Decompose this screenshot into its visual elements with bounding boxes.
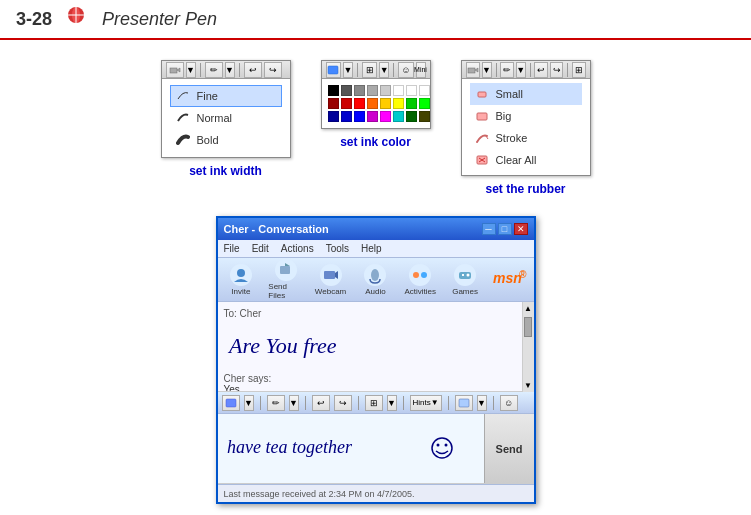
input-tb-redo[interactable]: ↪: [334, 395, 352, 411]
separator5: [496, 63, 497, 77]
color-navy[interactable]: [328, 111, 339, 122]
color-orange[interactable]: [367, 98, 378, 109]
input-tb-undo[interactable]: ↩: [312, 395, 330, 411]
msn-chat-content: To: Cher Are You free Cher says: Yes.: [218, 302, 522, 392]
scrollbar-down-btn[interactable]: ▼: [524, 381, 532, 390]
msn-status-bar: Last message received at 2:34 PM on 4/7/…: [218, 484, 534, 502]
ink-fine-item[interactable]: Fine: [170, 85, 282, 107]
color-lime[interactable]: [419, 98, 430, 109]
toolbar-redo-btn[interactable]: ↪: [264, 62, 282, 78]
ink-fine-label: Fine: [197, 90, 218, 102]
ink-color-window: ▼ ⊞ ▼ ☺ Mini: [321, 60, 431, 129]
msn-status-text: Last message received at 2:34 PM on 4/7/…: [224, 489, 415, 499]
toolbar-pen-dropdown[interactable]: ▼: [225, 62, 235, 78]
toolbar-dropdown-btn[interactable]: ▼: [186, 62, 196, 78]
sendfiles-icon: [275, 259, 297, 281]
rubber-undo-btn[interactable]: ↩: [534, 62, 547, 78]
rubber-grid-btn[interactable]: ⊞: [572, 62, 585, 78]
input-tb-ink-drop[interactable]: ▼: [477, 395, 487, 411]
msn-minimize-btn[interactable]: ─: [482, 223, 496, 235]
color-yellow[interactable]: [393, 98, 404, 109]
rubber-clearall-item[interactable]: Clear All: [470, 149, 582, 171]
color-gold[interactable]: [380, 98, 391, 109]
color-lightgray[interactable]: [367, 85, 378, 96]
rubber-redo-btn[interactable]: ↪: [550, 62, 563, 78]
input-tb-hint[interactable]: Hints▼: [410, 395, 442, 411]
msn-tool-webcam[interactable]: Webcam: [313, 264, 348, 296]
toolbar-pen-btn[interactable]: ✏: [205, 62, 223, 78]
input-tb-ink[interactable]: [455, 395, 473, 411]
color-mini-dropdown[interactable]: Mini: [416, 62, 426, 78]
color-white3[interactable]: [419, 85, 430, 96]
svg-marker-8: [475, 68, 478, 72]
scrollbar-thumb[interactable]: [524, 317, 532, 337]
ink-bold-item[interactable]: Bold: [170, 129, 282, 151]
msn-tool-sendfiles[interactable]: Send Files: [268, 259, 303, 300]
rubber-big-item[interactable]: Big: [470, 105, 582, 127]
color-black[interactable]: [328, 85, 339, 96]
msn-input-area[interactable]: have tea together: [218, 414, 484, 483]
rubber-pen-dropdown[interactable]: ▼: [516, 62, 526, 78]
color-olive[interactable]: [419, 111, 430, 122]
msn-menu-file[interactable]: File: [224, 243, 240, 254]
input-tb-btn1[interactable]: [222, 395, 240, 411]
svg-rect-30: [459, 399, 469, 407]
color-darkred[interactable]: [328, 98, 339, 109]
msn-title: Cher - Conversation: [224, 223, 329, 235]
msn-maximize-btn[interactable]: □: [498, 223, 512, 235]
color-icon-btn[interactable]: [326, 62, 341, 78]
rubber-icon-dropdown[interactable]: ▼: [482, 62, 492, 78]
msn-menubar: File Edit Actions Tools Help: [218, 240, 534, 258]
color-blue[interactable]: [354, 111, 365, 122]
msn-tool-games[interactable]: Games: [448, 264, 483, 296]
scrollbar-up-btn[interactable]: ▲: [524, 304, 532, 313]
sendfiles-label: Send Files: [268, 282, 303, 300]
color-grid-btn[interactable]: ⊞: [362, 62, 377, 78]
msn-menu-actions[interactable]: Actions: [281, 243, 314, 254]
color-emoji-btn[interactable]: ☺: [398, 62, 413, 78]
color-purple[interactable]: [367, 111, 378, 122]
input-tb-grid[interactable]: ⊞: [365, 395, 383, 411]
msn-chat-scrollbar[interactable]: ▲ ▼: [522, 302, 534, 392]
msn-send-button[interactable]: Send: [484, 414, 534, 483]
separator7: [567, 63, 568, 77]
color-cyan[interactable]: [393, 111, 404, 122]
input-tb-pen-drop[interactable]: ▼: [289, 395, 299, 411]
rubber-icon-btn[interactable]: [466, 62, 480, 78]
msn-tool-invite[interactable]: Invite: [224, 264, 259, 296]
sep10: [358, 396, 359, 410]
color-magenta[interactable]: [380, 111, 391, 122]
color-red2[interactable]: [341, 98, 352, 109]
color-gray[interactable]: [354, 85, 365, 96]
msn-menu-edit[interactable]: Edit: [252, 243, 269, 254]
msn-close-btn[interactable]: ✕: [514, 223, 528, 235]
rubber-pen-btn[interactable]: ✏: [500, 62, 513, 78]
color-silver[interactable]: [380, 85, 391, 96]
svg-rect-10: [477, 113, 487, 120]
ink-normal-item[interactable]: Normal: [170, 107, 282, 129]
msn-tool-audio[interactable]: Audio: [358, 264, 393, 296]
input-tb-grid-drop[interactable]: ▼: [387, 395, 397, 411]
input-tb-emoji[interactable]: ☺: [500, 395, 518, 411]
input-tb-drop1[interactable]: ▼: [244, 395, 254, 411]
msn-menu-help[interactable]: Help: [361, 243, 382, 254]
ink-icon-fine: [175, 89, 191, 103]
color-green2[interactable]: [406, 98, 417, 109]
color-white1[interactable]: [393, 85, 404, 96]
toolbar-undo-btn[interactable]: ↩: [244, 62, 262, 78]
ink-color-panel-container: ▼ ⊞ ▼ ☺ Mini: [321, 60, 431, 149]
games-label: Games: [452, 287, 478, 296]
rubber-small-item[interactable]: Small: [470, 83, 582, 105]
color-darkgreen[interactable]: [406, 111, 417, 122]
color-white2[interactable]: [406, 85, 417, 96]
toolbar-icon-btn[interactable]: [166, 62, 184, 78]
color-dropdown-btn[interactable]: ▼: [343, 62, 353, 78]
color-blue2[interactable]: [341, 111, 352, 122]
color-red[interactable]: [354, 98, 365, 109]
msn-tool-activities[interactable]: Activities: [403, 264, 438, 296]
color-grid-dropdown[interactable]: ▼: [379, 62, 389, 78]
color-darkgray[interactable]: [341, 85, 352, 96]
msn-menu-tools[interactable]: Tools: [326, 243, 349, 254]
rubber-stroke-item[interactable]: Stroke: [470, 127, 582, 149]
input-tb-pen[interactable]: ✏: [267, 395, 285, 411]
